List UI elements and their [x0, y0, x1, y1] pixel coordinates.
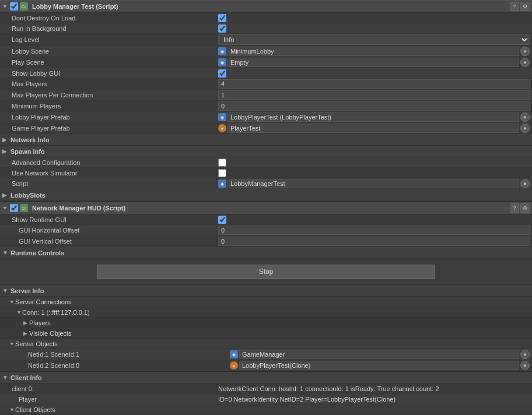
network-hud-header[interactable]: C# Network Manager HUD (Script) ? ⚙ [0, 202, 532, 214]
client-info-section: Client Info client 0: NetworkClient Conn… [0, 372, 532, 415]
lobby-player-prefab-label: Lobby Player Prefab [2, 114, 218, 121]
server-connections-header[interactable]: Server Connections [0, 297, 532, 307]
show-runtime-gui-row: Show Runtime GUI [0, 214, 532, 225]
server-obj-2-label: NetId:2 SceneId:0 [14, 362, 230, 369]
game-player-prefab-input[interactable] [228, 124, 519, 133]
lobby-slots-arrow [2, 192, 8, 198]
server-obj-1-label: NetId:1 SceneId:1 [14, 351, 230, 358]
advanced-config-row: Advanced Configuration [0, 157, 532, 168]
lobby-slots-section[interactable]: LobbySlots [0, 189, 532, 201]
gui-v-offset-label: GUI Vertical Offset [2, 238, 218, 245]
advanced-config-checkbox[interactable] [218, 159, 226, 167]
max-players-label: Max Players [2, 80, 218, 87]
play-scene-icon: ◆ [218, 58, 226, 66]
server-info-label: Server Info [10, 287, 44, 294]
run-bg-label: Run in Background [2, 25, 218, 32]
client-objects-header[interactable]: Client Objects [0, 405, 532, 415]
lobby-manager-component: C# Lobby Manager Test (Script) ? ⚙ Dont … [0, 0, 532, 202]
server-obj-2-input[interactable] [239, 361, 519, 370]
gui-h-offset-label: GUI Horizontal Offset [2, 227, 218, 234]
play-scene-pick[interactable]: ● [520, 58, 530, 67]
conn1-header[interactable]: Conn: 1 (::ffff:127.0.0.1) [0, 307, 532, 318]
client-info-label: Client Info [10, 374, 42, 381]
server-info-header[interactable]: Server Info [0, 285, 532, 297]
min-players-input[interactable] [218, 101, 530, 111]
gui-h-offset-row: GUI Horizontal Offset [0, 225, 532, 236]
visible-objects-label: Visible Objects [29, 330, 72, 337]
hud-settings-icon[interactable]: ⚙ [520, 203, 530, 213]
network-info-section[interactable]: Network Info [0, 134, 532, 146]
play-scene-input[interactable] [228, 58, 519, 67]
client-objects-arrow [9, 407, 15, 413]
gui-v-offset-input[interactable] [218, 237, 530, 246]
visible-objects-header[interactable]: Visible Objects [0, 328, 532, 339]
client-info-header[interactable]: Client Info [0, 372, 532, 384]
gui-h-offset-input[interactable] [218, 226, 530, 235]
client0-label: client 0: [2, 385, 218, 392]
lobby-scene-input[interactable] [228, 47, 519, 56]
client0-row: client 0: NetworkClient Conn: hostId: 1 … [0, 384, 532, 394]
play-scene-row: Play Scene ◆ ● [0, 57, 532, 68]
stop-button-container: Stop [0, 259, 532, 284]
log-level-select[interactable]: Info Debug Error [218, 34, 530, 45]
dont-destroy-row: Dont Destroy On Load [0, 13, 532, 23]
server-obj-2-pick[interactable]: ● [520, 361, 530, 370]
run-bg-row: Run in Background [0, 23, 532, 34]
spawn-info-section[interactable]: Spawn Info [0, 146, 532, 157]
network-hud-component: C# Network Manager HUD (Script) ? ⚙ Show… [0, 202, 532, 285]
min-players-label: Minimum Players [2, 103, 218, 110]
script-input[interactable] [228, 179, 519, 188]
dont-destroy-checkbox[interactable] [218, 14, 226, 22]
players-header[interactable]: Players [0, 318, 532, 328]
run-bg-checkbox[interactable] [218, 24, 226, 33]
lobby-scene-pick[interactable]: ● [520, 47, 530, 56]
network-info-arrow [2, 136, 8, 143]
network-simulator-checkbox[interactable] [218, 169, 226, 177]
max-players-conn-input[interactable] [218, 90, 530, 100]
max-players-input[interactable] [218, 79, 530, 89]
show-runtime-gui-label: Show Runtime GUI [2, 216, 218, 223]
hud-info-icon[interactable]: ? [510, 203, 519, 213]
conn1-label: Conn: 1 (::ffff:127.0.0.1) [22, 309, 90, 316]
runtime-controls-section[interactable]: Runtime Controls [0, 247, 532, 259]
game-player-prefab-row: Game Player Prefab ● ● [0, 123, 532, 134]
show-lobby-gui-row: Show Lobby GUI [0, 68, 532, 79]
script-pick[interactable]: ● [520, 179, 530, 188]
lobby-player-prefab-input[interactable] [228, 112, 519, 122]
log-level-label: Log Level [2, 36, 218, 43]
hud-enabled-checkbox[interactable] [10, 204, 18, 212]
server-obj-1-pick[interactable]: ● [520, 350, 530, 359]
game-player-prefab-pick[interactable]: ● [520, 124, 530, 133]
settings-icon[interactable]: ⚙ [520, 2, 530, 11]
runtime-controls-label: Runtime Controls [10, 249, 64, 256]
lobby-scene-label: Lobby Scene [2, 48, 218, 55]
lobby-player-prefab-pick[interactable]: ● [520, 112, 530, 122]
server-connections-label: Server Connections [15, 298, 72, 305]
component-enabled-checkbox[interactable] [10, 2, 18, 10]
advanced-config-label: Advanced Configuration [2, 159, 218, 166]
server-objects-arrow [9, 341, 15, 347]
server-objects-header[interactable]: Server Objects [0, 339, 532, 349]
spawn-info-arrow [2, 148, 8, 154]
server-obj-1-input[interactable] [239, 350, 519, 359]
max-players-conn-label: Max Players Per Connection [2, 92, 218, 99]
runtime-controls-arrow [2, 249, 8, 256]
gui-v-offset-row: GUI Vertical Offset [0, 236, 532, 247]
show-lobby-gui-checkbox[interactable] [218, 69, 226, 78]
players-arrow [23, 320, 29, 326]
lobby-manager-header[interactable]: C# Lobby Manager Test (Script) ? ⚙ [0, 0, 532, 13]
inspector-panel: C# Lobby Manager Test (Script) ? ⚙ Dont … [0, 0, 532, 415]
visible-objects-arrow [23, 330, 29, 336]
player-label: Player [2, 396, 218, 403]
max-players-conn-row: Max Players Per Connection [0, 90, 532, 101]
server-obj-1-row: NetId:1 SceneId:1 ◆ ● [0, 349, 532, 360]
game-player-prefab-label: Game Player Prefab [2, 125, 218, 132]
info-icon[interactable]: ? [510, 2, 519, 11]
script-icon2: ◆ [218, 180, 226, 188]
server-info-section: Server Info Server Connections Conn: 1 (… [0, 285, 532, 372]
stop-button[interactable]: Stop [97, 265, 435, 279]
script-row: Script ◆ ● [0, 178, 532, 189]
show-runtime-gui-checkbox[interactable] [218, 216, 226, 224]
script-icon: C# [20, 2, 28, 10]
server-obj-2-icon: ● [230, 361, 238, 370]
